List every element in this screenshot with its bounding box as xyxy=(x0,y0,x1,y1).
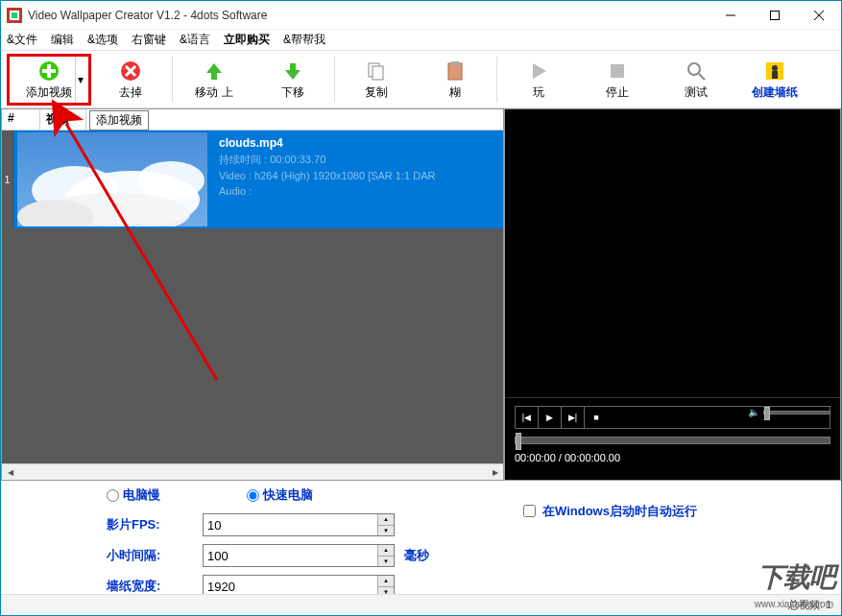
video-preview xyxy=(505,109,840,397)
row-index: 1 xyxy=(2,130,13,228)
volume-thumb[interactable] xyxy=(764,407,770,420)
moveup-label: 移动 上 xyxy=(195,84,232,101)
svg-rect-18 xyxy=(451,61,459,65)
radio-slow-pc[interactable]: 电脑慢 xyxy=(107,486,160,504)
app-icon xyxy=(7,8,22,23)
radio-slow-input[interactable] xyxy=(107,489,119,502)
player-skip-fwd-button[interactable]: ▶| xyxy=(562,407,585,428)
col-index[interactable]: # xyxy=(2,109,40,130)
menu-edit[interactable]: 编辑 xyxy=(51,32,74,48)
stop-button[interactable]: 停止 xyxy=(578,54,657,106)
svg-rect-16 xyxy=(373,66,383,80)
play-button[interactable]: 玩 xyxy=(499,54,578,106)
arrow-down-icon xyxy=(281,59,304,83)
seek-thumb[interactable] xyxy=(516,433,521,450)
play-icon xyxy=(527,59,550,83)
main-area: # 视频 1 xyxy=(1,108,841,481)
svg-rect-25 xyxy=(772,71,778,79)
toolbar-separator xyxy=(496,57,497,102)
play-label: 玩 xyxy=(533,84,544,101)
volume-slider[interactable] xyxy=(763,411,830,415)
search-icon xyxy=(685,59,708,83)
media-player: |◀ ▶ ▶| ■ 🔈 00:00:00 / 00:00:00.00 xyxy=(505,397,840,480)
moveup-button[interactable]: 移动 上 xyxy=(175,54,253,106)
svg-rect-4 xyxy=(771,11,780,19)
copy-button[interactable]: 复制 xyxy=(337,54,416,106)
timecode: 00:00:00 / 00:00:00.00 xyxy=(515,452,830,463)
menu-language[interactable]: &语言 xyxy=(180,32,210,48)
delete-icon xyxy=(119,59,142,83)
svg-marker-19 xyxy=(533,63,546,79)
stop-icon xyxy=(606,59,629,83)
svg-marker-13 xyxy=(206,63,222,80)
toolbar-separator xyxy=(172,57,173,102)
radio-fast-pc[interactable]: 快速电脑 xyxy=(247,486,313,504)
add-video-tooltip: 添加视频 xyxy=(89,110,149,130)
interval-input[interactable] xyxy=(204,545,377,566)
spin-down-icon[interactable]: ▼ xyxy=(377,526,394,536)
menu-bar: &文件 编辑 &选项 右窗键 &语言 立即购买 &帮帮我 xyxy=(1,30,841,51)
horizontal-scrollbar[interactable]: ◀ ▶ xyxy=(2,463,503,480)
scroll-right-icon[interactable]: ▶ xyxy=(487,464,503,480)
add-video-dropdown[interactable]: ▾ xyxy=(75,57,84,103)
watermark-url: www.xiazaiba.com xyxy=(755,599,833,609)
copy-label: 复制 xyxy=(365,84,388,101)
list-body[interactable]: 1 xyxy=(2,130,503,463)
toolbar-separator xyxy=(334,57,335,102)
add-video-button[interactable]: 添加视频 ▾ xyxy=(7,54,91,106)
autorun-input[interactable] xyxy=(523,505,536,517)
menu-options[interactable]: &选项 xyxy=(87,32,118,48)
volume-icon[interactable]: 🔈 xyxy=(748,407,759,417)
copy-icon xyxy=(365,59,388,83)
player-stop-button[interactable]: ■ xyxy=(585,407,608,428)
video-list-panel: # 视频 1 xyxy=(1,108,504,481)
interval-label: 小时间隔: xyxy=(107,547,203,564)
movedown-button[interactable]: 下移 xyxy=(253,54,332,106)
video-codec: Video : h264 (High) 1920x1080 [SAR 1:1 D… xyxy=(219,168,495,184)
player-skip-back-button[interactable]: |◀ xyxy=(516,407,539,428)
list-header: # 视频 xyxy=(2,109,503,130)
paste-icon xyxy=(444,59,467,83)
fps-spinner: ▲▼ xyxy=(377,514,394,535)
spin-up-icon[interactable]: ▲ xyxy=(377,545,394,557)
svg-rect-20 xyxy=(611,64,624,78)
scroll-left-icon[interactable]: ◀ xyxy=(2,464,18,480)
volume-control: 🔈 xyxy=(748,407,830,417)
menu-file[interactable]: &文件 xyxy=(7,32,37,48)
menu-buy[interactable]: 立即购买 xyxy=(224,32,270,48)
fps-input-box: ▲▼ xyxy=(203,513,395,536)
menu-help[interactable]: &帮帮我 xyxy=(283,32,325,48)
video-filename: clouds.mp4 xyxy=(219,136,495,150)
create-wallpaper-button[interactable]: 创建墙纸 xyxy=(735,54,814,106)
test-button[interactable]: 测试 xyxy=(657,54,735,106)
col-video[interactable]: 视频 xyxy=(40,109,86,130)
spin-down-icon[interactable]: ▼ xyxy=(377,557,394,567)
arrow-up-icon xyxy=(203,59,226,83)
radio-fast-input[interactable] xyxy=(247,489,259,502)
table-row[interactable]: 1 xyxy=(2,130,503,228)
menu-rightkey[interactable]: 右窗键 xyxy=(132,32,166,48)
create-label: 创建墙纸 xyxy=(752,84,798,101)
seek-slider[interactable] xyxy=(515,437,830,444)
svg-point-24 xyxy=(772,65,778,71)
test-label: 测试 xyxy=(685,84,708,101)
svg-rect-9 xyxy=(42,69,56,73)
autorun-checkbox[interactable]: 在Windows启动时自动运行 xyxy=(519,502,697,520)
minimize-button[interactable] xyxy=(709,1,753,30)
scroll-track[interactable] xyxy=(18,464,487,480)
player-play-button[interactable]: ▶ xyxy=(539,407,562,428)
maximize-button[interactable] xyxy=(753,1,797,30)
remove-button[interactable]: 去掉 xyxy=(91,54,170,106)
wallpaper-icon xyxy=(763,59,786,83)
radio-slow-label: 电脑慢 xyxy=(123,486,160,504)
app-window: Video Wallpaper Creator V1.2 - 4dots Sof… xyxy=(0,0,842,616)
svg-line-22 xyxy=(699,74,705,80)
watermark-text: 下载吧 xyxy=(758,559,835,596)
spin-up-icon[interactable]: ▲ xyxy=(377,514,394,526)
close-button[interactable] xyxy=(797,1,841,30)
svg-rect-17 xyxy=(448,63,462,80)
paste-button[interactable]: 糊 xyxy=(416,54,494,106)
window-title: Video Wallpaper Creator V1.2 - 4dots Sof… xyxy=(28,9,709,22)
fps-input[interactable] xyxy=(204,514,377,535)
spin-up-icon[interactable]: ▲ xyxy=(377,576,394,587)
